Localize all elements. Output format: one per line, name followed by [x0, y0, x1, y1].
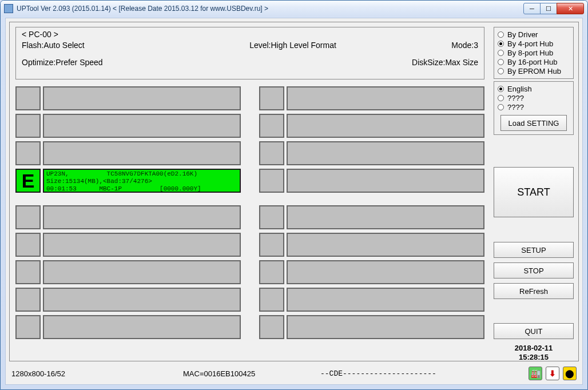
slot-body [43, 205, 241, 229]
load-setting-button[interactable]: Load SETTING [500, 115, 567, 131]
slot-body [43, 315, 241, 339]
datetime-display: 2018-02-11 15:28:15 [494, 344, 574, 361]
device-slot[interactable] [15, 114, 241, 138]
device-slot[interactable] [259, 86, 484, 110]
minimize-button[interactable]: ─ [523, 3, 541, 14]
lang-option-label: English [507, 85, 532, 93]
lang-option-label: ???? [507, 103, 524, 112]
slot-tag [15, 288, 41, 312]
device-slot[interactable] [15, 260, 241, 284]
hub-option[interactable]: By 4-port Hub [498, 39, 570, 48]
lang-option[interactable]: ???? [498, 103, 570, 112]
hub-option-label: By 4-port Hub [507, 39, 553, 48]
radio-icon [498, 31, 504, 38]
hub-option-label: By 8-port Hub [507, 49, 553, 57]
hub-option[interactable]: By 8-port Hub [498, 49, 570, 57]
lang-option-label: ???? [507, 94, 524, 102]
device-slot[interactable] [259, 288, 484, 312]
device-slot[interactable] [15, 205, 241, 229]
radio-icon [498, 50, 504, 56]
device-slot[interactable] [15, 315, 241, 339]
slot-body [287, 86, 484, 110]
slot-tag [15, 86, 41, 110]
slot-body [43, 288, 241, 312]
maximize-button[interactable]: ☐ [540, 3, 557, 14]
device-slot[interactable] [15, 288, 241, 312]
setup-button[interactable]: SETUP [494, 242, 574, 258]
download-icon[interactable]: ⬇ [546, 367, 559, 380]
device-slot-active[interactable]: EUP23N, TC58NVG7DFKTA00(eD2.16K) Size:15… [15, 169, 241, 193]
radio-icon [498, 41, 504, 47]
slot-tag [259, 169, 284, 193]
stop-button[interactable]: STOP [494, 262, 574, 278]
app-icon [4, 4, 13, 13]
slot-body [287, 260, 484, 284]
status-bar: 1280x800-16/52 MAC=0016EB100425 --CDE---… [11, 366, 577, 381]
hub-option[interactable]: By Driver [498, 30, 570, 39]
app-window: UPTool Ver 2.093 (2015.01.14) < [Release… [0, 0, 588, 390]
device-slot[interactable] [15, 233, 241, 257]
level-label: Level: [249, 41, 271, 50]
slot-tag [15, 114, 41, 138]
level-value: High Level Format [271, 41, 336, 50]
inner-frame: < PC-00 > Flash:Auto Select Level:High L… [9, 22, 579, 361]
titlebar: UPTool Ver 2.093 (2015.01.14) < [Release… [1, 1, 587, 17]
device-slot[interactable] [259, 141, 484, 165]
slot-body [287, 233, 484, 257]
flash-value: Auto Select [43, 41, 85, 50]
resolution-text: 1280x800-16/52 [11, 369, 183, 378]
factory-icon[interactable]: 🏭 [529, 367, 542, 380]
slot-tag [259, 233, 284, 257]
device-slot[interactable] [15, 141, 241, 165]
slot-body: UP23N, TC58NVG7DFKTA00(eD2.16K) Size:151… [43, 169, 241, 193]
refresh-button[interactable]: ReFresh [494, 283, 574, 299]
mac-text: MAC=0016EB100425 [183, 369, 320, 378]
device-slot[interactable] [259, 114, 484, 138]
slot-tag [15, 205, 41, 229]
disksize-value: Max Size [445, 58, 478, 67]
pc-id: < PC-00 > [22, 30, 478, 39]
slot-body [43, 114, 241, 138]
slot-tag [259, 288, 284, 312]
mode-value: 3 [474, 41, 478, 50]
slot-body [287, 205, 484, 229]
lang-option[interactable]: English [498, 85, 570, 93]
quit-button[interactable]: QUIT [494, 323, 574, 339]
radio-icon [498, 68, 504, 74]
optimize-label: Optimize: [22, 58, 55, 67]
slot-body [43, 260, 241, 284]
radio-icon [498, 104, 504, 110]
radio-icon [498, 86, 504, 92]
slot-body [287, 114, 484, 138]
device-slot[interactable] [259, 315, 484, 339]
device-slot[interactable] [15, 86, 241, 110]
lang-option[interactable]: ???? [498, 94, 570, 102]
time-text: 15:28:15 [494, 353, 574, 362]
hub-option[interactable]: By 16-port Hub [498, 58, 570, 66]
mode-label: Mode: [451, 41, 474, 50]
slot-body [287, 288, 484, 312]
device-slot[interactable] [259, 260, 484, 284]
hub-option-label: By EPROM Hub [507, 67, 561, 75]
slot-tag [259, 86, 284, 110]
traffic-icon[interactable]: ⬤ [563, 367, 577, 380]
window-title: UPTool Ver 2.093 (2015.01.14) < [Release… [17, 5, 268, 13]
client-area: < PC-00 > Flash:Auto Select Level:High L… [5, 18, 583, 385]
slot-tag [259, 141, 284, 165]
hub-option-label: By Driver [507, 30, 538, 39]
slot-tag: E [15, 169, 41, 193]
slot-body [43, 141, 241, 165]
hub-option[interactable]: By EPROM Hub [498, 67, 570, 75]
slot-tag [15, 233, 41, 257]
device-slot[interactable] [259, 205, 484, 229]
slot-body [43, 233, 241, 257]
start-button[interactable]: START [494, 167, 574, 217]
optimize-value: Prefer Speed [55, 58, 103, 67]
flash-label: Flash: [22, 41, 43, 50]
device-slot[interactable] [259, 169, 484, 193]
slot-body [287, 315, 484, 339]
device-slot[interactable] [259, 233, 484, 257]
slot-tag [259, 315, 284, 339]
close-button[interactable]: ✕ [557, 3, 584, 14]
slot-tag [259, 205, 284, 229]
